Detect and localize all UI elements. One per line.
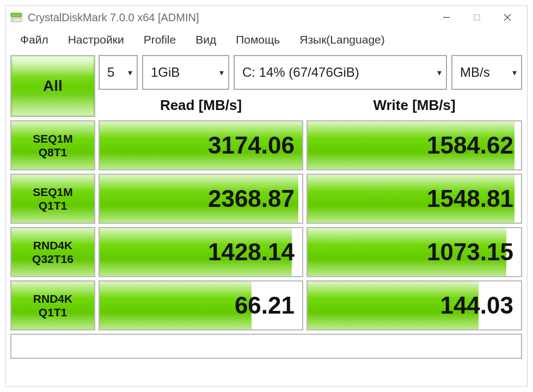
unit-select[interactable]: MB/s ▾ bbox=[451, 55, 522, 90]
test-count-select[interactable]: 5 ▾ bbox=[99, 55, 138, 90]
unit-value: MB/s bbox=[460, 65, 490, 80]
write-column-header: Write [MB/s] bbox=[307, 93, 522, 117]
test-label-l2: Q1T1 bbox=[39, 199, 68, 212]
svg-point-2 bbox=[13, 19, 14, 20]
app-icon bbox=[10, 11, 22, 23]
chevron-down-icon: ▾ bbox=[512, 68, 517, 78]
write-value: 1548.81 bbox=[427, 185, 513, 212]
read-value: 66.21 bbox=[235, 292, 295, 319]
test-rnd4k-q32t16-button[interactable]: RND4K Q32T16 bbox=[10, 227, 95, 277]
svg-rect-4 bbox=[474, 15, 480, 20]
run-all-button[interactable]: All bbox=[10, 55, 95, 117]
read-value-cell: 1428.14 bbox=[99, 227, 303, 277]
test-label-l2: Q32T16 bbox=[32, 252, 73, 266]
chevron-down-icon: ▾ bbox=[437, 68, 442, 78]
test-label-l1: SEQ1M bbox=[33, 132, 73, 145]
test-size-value: 1GiB bbox=[151, 65, 180, 80]
run-all-label: All bbox=[43, 77, 63, 95]
write-value: 1584.62 bbox=[427, 132, 513, 159]
test-rnd4k-q1t1-button[interactable]: RND4K Q1T1 bbox=[10, 280, 95, 330]
test-label-l1: RND4K bbox=[33, 238, 72, 252]
write-value-cell: 1073.15 bbox=[307, 227, 522, 277]
read-value-cell: 3174.06 bbox=[99, 120, 303, 170]
menu-profile[interactable]: Profile bbox=[134, 30, 186, 50]
write-value-cell: 1548.81 bbox=[307, 174, 522, 224]
menu-help[interactable]: Помощь bbox=[226, 30, 290, 50]
close-button[interactable] bbox=[492, 9, 523, 26]
read-column-header: Read [MB/s] bbox=[99, 93, 303, 117]
svg-rect-0 bbox=[11, 13, 22, 17]
test-label-l2: Q1T1 bbox=[39, 305, 68, 319]
write-value-cell: 144.03 bbox=[307, 280, 522, 330]
test-label-l1: RND4K bbox=[33, 292, 72, 305]
status-bar bbox=[10, 334, 522, 359]
minimize-button[interactable] bbox=[431, 9, 462, 26]
chevron-down-icon: ▾ bbox=[219, 68, 224, 78]
menu-file[interactable]: Файл bbox=[10, 30, 58, 50]
menubar: Файл Настройки Profile Вид Помощь Язык(L… bbox=[6, 29, 527, 51]
menu-settings[interactable]: Настройки bbox=[58, 30, 134, 50]
drive-value: C: 14% (67/476GiB) bbox=[242, 65, 359, 80]
chevron-down-icon: ▾ bbox=[128, 68, 132, 78]
maximize-button[interactable] bbox=[462, 9, 492, 26]
write-value-cell: 1584.62 bbox=[307, 120, 522, 170]
test-label-l1: SEQ1M bbox=[33, 185, 73, 199]
test-size-select[interactable]: 1GiB ▾ bbox=[142, 55, 229, 90]
read-value-cell: 2368.87 bbox=[99, 174, 303, 224]
read-bar bbox=[100, 281, 252, 329]
drive-select[interactable]: C: 14% (67/476GiB) ▾ bbox=[234, 55, 447, 90]
read-value-cell: 66.21 bbox=[99, 280, 303, 330]
test-seq1m-q1t1-button[interactable]: SEQ1M Q1T1 bbox=[10, 174, 95, 224]
read-value: 2368.87 bbox=[208, 185, 295, 212]
test-label-l2: Q8T1 bbox=[39, 145, 68, 159]
test-seq1m-q8t1-button[interactable]: SEQ1M Q8T1 bbox=[10, 120, 95, 170]
write-value: 1073.15 bbox=[427, 238, 513, 266]
write-value: 144.03 bbox=[440, 292, 513, 319]
window-title: CrystalDiskMark 7.0.0 x64 [ADMIN] bbox=[28, 11, 431, 24]
read-value: 3174.06 bbox=[208, 132, 295, 159]
test-count-value: 5 bbox=[107, 65, 114, 80]
menu-language[interactable]: Язык(Language) bbox=[290, 30, 395, 50]
read-value: 1428.14 bbox=[208, 238, 295, 266]
menu-view[interactable]: Вид bbox=[186, 30, 226, 50]
titlebar: CrystalDiskMark 7.0.0 x64 [ADMIN] bbox=[6, 6, 527, 29]
